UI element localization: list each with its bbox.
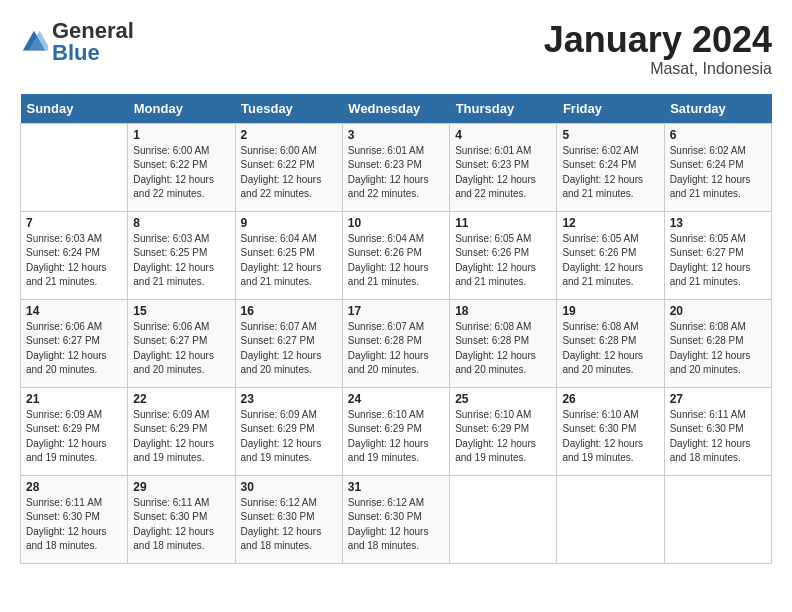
calendar-cell: 15Sunrise: 6:06 AM Sunset: 6:27 PM Dayli… bbox=[128, 299, 235, 387]
day-info: Sunrise: 6:10 AM Sunset: 6:30 PM Dayligh… bbox=[562, 408, 658, 466]
calendar-cell bbox=[450, 475, 557, 563]
day-number: 22 bbox=[133, 392, 229, 406]
day-number: 16 bbox=[241, 304, 337, 318]
day-info: Sunrise: 6:01 AM Sunset: 6:23 PM Dayligh… bbox=[348, 144, 444, 202]
day-number: 7 bbox=[26, 216, 122, 230]
day-number: 31 bbox=[348, 480, 444, 494]
calendar-cell: 17Sunrise: 6:07 AM Sunset: 6:28 PM Dayli… bbox=[342, 299, 449, 387]
day-number: 17 bbox=[348, 304, 444, 318]
day-info: Sunrise: 6:05 AM Sunset: 6:26 PM Dayligh… bbox=[562, 232, 658, 290]
calendar-cell: 25Sunrise: 6:10 AM Sunset: 6:29 PM Dayli… bbox=[450, 387, 557, 475]
calendar-cell: 13Sunrise: 6:05 AM Sunset: 6:27 PM Dayli… bbox=[664, 211, 771, 299]
day-info: Sunrise: 6:04 AM Sunset: 6:25 PM Dayligh… bbox=[241, 232, 337, 290]
calendar-week-2: 7Sunrise: 6:03 AM Sunset: 6:24 PM Daylig… bbox=[21, 211, 772, 299]
day-info: Sunrise: 6:02 AM Sunset: 6:24 PM Dayligh… bbox=[670, 144, 766, 202]
calendar-cell: 6Sunrise: 6:02 AM Sunset: 6:24 PM Daylig… bbox=[664, 123, 771, 211]
day-number: 24 bbox=[348, 392, 444, 406]
day-number: 27 bbox=[670, 392, 766, 406]
day-number: 2 bbox=[241, 128, 337, 142]
day-number: 19 bbox=[562, 304, 658, 318]
day-number: 25 bbox=[455, 392, 551, 406]
day-number: 1 bbox=[133, 128, 229, 142]
calendar-cell bbox=[21, 123, 128, 211]
calendar-cell: 19Sunrise: 6:08 AM Sunset: 6:28 PM Dayli… bbox=[557, 299, 664, 387]
day-info: Sunrise: 6:00 AM Sunset: 6:22 PM Dayligh… bbox=[133, 144, 229, 202]
day-number: 26 bbox=[562, 392, 658, 406]
month-year-title: January 2024 bbox=[544, 20, 772, 60]
weekday-header-thursday: Thursday bbox=[450, 94, 557, 124]
day-number: 28 bbox=[26, 480, 122, 494]
day-number: 13 bbox=[670, 216, 766, 230]
day-number: 6 bbox=[670, 128, 766, 142]
calendar-cell: 16Sunrise: 6:07 AM Sunset: 6:27 PM Dayli… bbox=[235, 299, 342, 387]
calendar-cell: 22Sunrise: 6:09 AM Sunset: 6:29 PM Dayli… bbox=[128, 387, 235, 475]
calendar-cell: 27Sunrise: 6:11 AM Sunset: 6:30 PM Dayli… bbox=[664, 387, 771, 475]
day-info: Sunrise: 6:09 AM Sunset: 6:29 PM Dayligh… bbox=[133, 408, 229, 466]
day-number: 9 bbox=[241, 216, 337, 230]
day-info: Sunrise: 6:09 AM Sunset: 6:29 PM Dayligh… bbox=[26, 408, 122, 466]
day-number: 23 bbox=[241, 392, 337, 406]
calendar-cell: 24Sunrise: 6:10 AM Sunset: 6:29 PM Dayli… bbox=[342, 387, 449, 475]
weekday-header-saturday: Saturday bbox=[664, 94, 771, 124]
weekday-header-tuesday: Tuesday bbox=[235, 94, 342, 124]
day-number: 12 bbox=[562, 216, 658, 230]
day-number: 11 bbox=[455, 216, 551, 230]
weekday-header-monday: Monday bbox=[128, 94, 235, 124]
day-info: Sunrise: 6:12 AM Sunset: 6:30 PM Dayligh… bbox=[241, 496, 337, 554]
day-number: 18 bbox=[455, 304, 551, 318]
calendar-cell bbox=[557, 475, 664, 563]
day-info: Sunrise: 6:10 AM Sunset: 6:29 PM Dayligh… bbox=[455, 408, 551, 466]
calendar-header-row: SundayMondayTuesdayWednesdayThursdayFrid… bbox=[21, 94, 772, 124]
weekday-header-sunday: Sunday bbox=[21, 94, 128, 124]
day-number: 10 bbox=[348, 216, 444, 230]
location-subtitle: Masat, Indonesia bbox=[544, 60, 772, 78]
day-info: Sunrise: 6:03 AM Sunset: 6:24 PM Dayligh… bbox=[26, 232, 122, 290]
calendar-cell: 20Sunrise: 6:08 AM Sunset: 6:28 PM Dayli… bbox=[664, 299, 771, 387]
day-info: Sunrise: 6:07 AM Sunset: 6:27 PM Dayligh… bbox=[241, 320, 337, 378]
day-info: Sunrise: 6:10 AM Sunset: 6:29 PM Dayligh… bbox=[348, 408, 444, 466]
weekday-header-friday: Friday bbox=[557, 94, 664, 124]
day-info: Sunrise: 6:05 AM Sunset: 6:27 PM Dayligh… bbox=[670, 232, 766, 290]
logo: General Blue bbox=[20, 20, 134, 64]
day-info: Sunrise: 6:08 AM Sunset: 6:28 PM Dayligh… bbox=[562, 320, 658, 378]
calendar-cell: 29Sunrise: 6:11 AM Sunset: 6:30 PM Dayli… bbox=[128, 475, 235, 563]
day-number: 8 bbox=[133, 216, 229, 230]
day-info: Sunrise: 6:09 AM Sunset: 6:29 PM Dayligh… bbox=[241, 408, 337, 466]
calendar-week-3: 14Sunrise: 6:06 AM Sunset: 6:27 PM Dayli… bbox=[21, 299, 772, 387]
calendar-cell: 4Sunrise: 6:01 AM Sunset: 6:23 PM Daylig… bbox=[450, 123, 557, 211]
day-number: 5 bbox=[562, 128, 658, 142]
day-info: Sunrise: 6:00 AM Sunset: 6:22 PM Dayligh… bbox=[241, 144, 337, 202]
weekday-header-wednesday: Wednesday bbox=[342, 94, 449, 124]
day-number: 3 bbox=[348, 128, 444, 142]
calendar-cell: 9Sunrise: 6:04 AM Sunset: 6:25 PM Daylig… bbox=[235, 211, 342, 299]
calendar-cell: 26Sunrise: 6:10 AM Sunset: 6:30 PM Dayli… bbox=[557, 387, 664, 475]
calendar-week-1: 1Sunrise: 6:00 AM Sunset: 6:22 PM Daylig… bbox=[21, 123, 772, 211]
day-number: 29 bbox=[133, 480, 229, 494]
calendar-week-4: 21Sunrise: 6:09 AM Sunset: 6:29 PM Dayli… bbox=[21, 387, 772, 475]
title-block: January 2024 Masat, Indonesia bbox=[544, 20, 772, 78]
calendar-cell: 5Sunrise: 6:02 AM Sunset: 6:24 PM Daylig… bbox=[557, 123, 664, 211]
calendar-cell: 11Sunrise: 6:05 AM Sunset: 6:26 PM Dayli… bbox=[450, 211, 557, 299]
calendar-cell: 3Sunrise: 6:01 AM Sunset: 6:23 PM Daylig… bbox=[342, 123, 449, 211]
day-info: Sunrise: 6:06 AM Sunset: 6:27 PM Dayligh… bbox=[26, 320, 122, 378]
calendar-cell: 2Sunrise: 6:00 AM Sunset: 6:22 PM Daylig… bbox=[235, 123, 342, 211]
day-info: Sunrise: 6:01 AM Sunset: 6:23 PM Dayligh… bbox=[455, 144, 551, 202]
calendar-cell: 21Sunrise: 6:09 AM Sunset: 6:29 PM Dayli… bbox=[21, 387, 128, 475]
day-number: 20 bbox=[670, 304, 766, 318]
calendar-cell: 12Sunrise: 6:05 AM Sunset: 6:26 PM Dayli… bbox=[557, 211, 664, 299]
day-number: 21 bbox=[26, 392, 122, 406]
calendar-cell: 8Sunrise: 6:03 AM Sunset: 6:25 PM Daylig… bbox=[128, 211, 235, 299]
day-info: Sunrise: 6:11 AM Sunset: 6:30 PM Dayligh… bbox=[670, 408, 766, 466]
calendar-body: 1Sunrise: 6:00 AM Sunset: 6:22 PM Daylig… bbox=[21, 123, 772, 563]
logo-text: General Blue bbox=[52, 20, 134, 64]
calendar-week-5: 28Sunrise: 6:11 AM Sunset: 6:30 PM Dayli… bbox=[21, 475, 772, 563]
day-info: Sunrise: 6:06 AM Sunset: 6:27 PM Dayligh… bbox=[133, 320, 229, 378]
calendar-cell: 18Sunrise: 6:08 AM Sunset: 6:28 PM Dayli… bbox=[450, 299, 557, 387]
day-info: Sunrise: 6:11 AM Sunset: 6:30 PM Dayligh… bbox=[133, 496, 229, 554]
day-number: 30 bbox=[241, 480, 337, 494]
calendar-table: SundayMondayTuesdayWednesdayThursdayFrid… bbox=[20, 94, 772, 564]
day-number: 14 bbox=[26, 304, 122, 318]
day-info: Sunrise: 6:05 AM Sunset: 6:26 PM Dayligh… bbox=[455, 232, 551, 290]
calendar-cell: 31Sunrise: 6:12 AM Sunset: 6:30 PM Dayli… bbox=[342, 475, 449, 563]
day-info: Sunrise: 6:11 AM Sunset: 6:30 PM Dayligh… bbox=[26, 496, 122, 554]
